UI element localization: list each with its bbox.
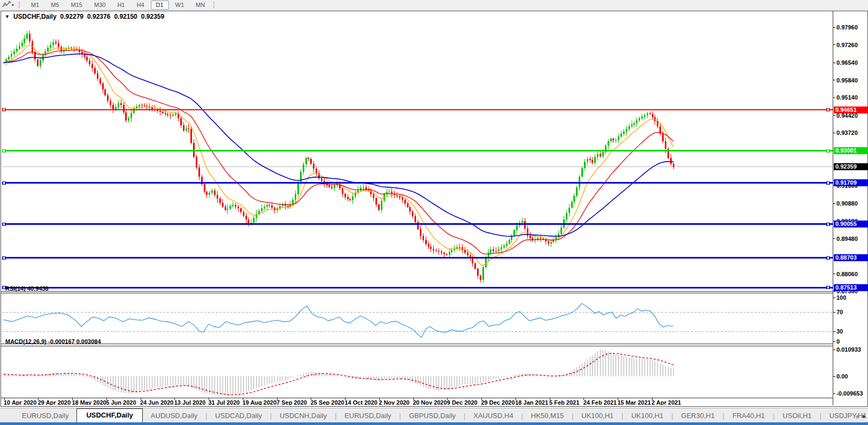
price-line-badge: 0.88703 — [834, 254, 868, 261]
chart-title: ▼ USDCHF,Daily 0.92279 0.92376 0.92150 0… — [5, 13, 164, 20]
chart-tab-USDCHFDaily[interactable]: USDCHF,Daily — [76, 408, 142, 422]
price-line-badge: 0.94651 — [834, 107, 868, 113]
date-tick-label: 19 Aug 2020 — [242, 399, 276, 405]
chart-plot[interactable]: 0.979600.972600.965400.958400.951400.944… — [1, 11, 866, 405]
tab-scroll-left-icon[interactable]: ◂ — [855, 412, 858, 420]
price-line-badge: 0.87513 — [834, 284, 868, 291]
rsi-line — [4, 303, 673, 338]
chart-tab-EURUSDDaily[interactable]: EURUSD,Daily — [14, 409, 76, 422]
date-tick-label: 25 Sep 2020 — [311, 399, 344, 405]
timeframe-button-MN[interactable]: MN — [190, 1, 210, 10]
tab-scroll-arrows: ◂▸ — [855, 412, 866, 420]
timeframe-toolbar: ▾ M1M5M15M30H1H4D1W1MN — [0, 0, 868, 10]
window-bottom-edge — [0, 422, 868, 425]
toolbar-grip-2[interactable] — [213, 2, 217, 8]
timeframe-button-H4[interactable]: H4 — [131, 1, 149, 10]
date-tick-label: 10 Apr 2020 — [4, 399, 36, 405]
macd-tick-label: 0.010933 — [836, 346, 861, 353]
rsi-tick-label: 0 — [836, 338, 840, 345]
chart-tab-HK50M15[interactable]: HK50,M15 — [523, 409, 572, 422]
line-handle[interactable] — [3, 256, 5, 259]
chart-tab-UK100H1[interactable]: UK100,H1 — [623, 409, 671, 422]
timeframe-button-M15[interactable]: M15 — [66, 1, 88, 10]
quote-open: 0.92279 — [60, 13, 83, 20]
line-handle[interactable] — [3, 223, 5, 225]
date-tick-label: 20 Nov 2020 — [413, 399, 447, 405]
chart-tab-USDCNHDaily[interactable]: USDCNH,Daily — [272, 409, 335, 422]
date-tick-label: 29 Apr 2020 — [38, 399, 71, 405]
timeframe-button-M30[interactable]: M30 — [89, 1, 111, 10]
line-handle[interactable] — [3, 149, 5, 152]
chart-tab-GBPUSDDaily[interactable]: GBPUSD,Daily — [401, 409, 464, 422]
date-tick-label: 13 Jul 2020 — [174, 399, 206, 405]
date-tick-label: 9 Dec 2020 — [447, 399, 478, 405]
chart-symbol-label: USDCHF,Daily — [13, 13, 57, 20]
chart-tab-USOilH1[interactable]: USOil,H1 — [774, 409, 819, 422]
date-tick-label: 2 Nov 2020 — [379, 399, 409, 405]
macd-label: MACD(12,26,9) -0.000167 0.003084 — [5, 338, 101, 345]
moving-average-fast — [4, 45, 673, 265]
chart-tab-USDCADDaily[interactable]: USDCAD,Daily — [207, 409, 270, 422]
line-handle[interactable] — [827, 286, 829, 289]
timeframe-buttons: M1M5M15M30H1H4D1W1MN — [25, 1, 211, 10]
horizontal-line[interactable] — [2, 181, 833, 184]
line-handle[interactable] — [827, 149, 829, 152]
chart-tabs-bar: EURUSD,DailyUSDCHF,DailyAUDUSD,Daily|USD… — [0, 408, 868, 422]
timeframe-button-M1[interactable]: M1 — [26, 1, 44, 10]
chart-tab-UK100H1[interactable]: UK100,H1 — [573, 409, 621, 422]
line-handle[interactable] — [827, 256, 829, 259]
macd-tick-label: -0.009653 — [836, 390, 863, 397]
price-tick-label: 0.89480 — [836, 236, 858, 242]
mt4-terminal: ▾ M1M5M15M30H1H4D1W1MN 0.979600.972600.9… — [0, 0, 868, 425]
line-handle[interactable] — [827, 223, 829, 225]
collapse-triangle-icon[interactable]: ▼ — [5, 14, 10, 19]
chart-window: 0.979600.972600.965400.958400.951400.944… — [1, 11, 868, 407]
chart-tab-FRA40H1[interactable]: FRA40,H1 — [725, 409, 773, 422]
moving-average-slow — [4, 54, 673, 237]
date-tick-label: 2 Apr 2021 — [651, 399, 681, 405]
horizontal-line[interactable] — [2, 256, 833, 259]
timeframe-button-D1[interactable]: D1 — [151, 1, 169, 10]
macd-name: MACD(12,26,9) — [5, 338, 47, 345]
rsi-name: RSI(14) — [5, 285, 26, 292]
price-tick-label: 0.97260 — [836, 42, 858, 48]
current-price-badge: 0.92359 — [834, 163, 868, 170]
chart-line-tool-button[interactable]: ▾ — [0, 0, 16, 10]
candles-layer — [3, 31, 674, 283]
date-tick-label: 31 Jul 2020 — [209, 399, 240, 405]
timeframe-button-W1[interactable]: W1 — [170, 1, 190, 10]
date-axis[interactable]: 10 Apr 202029 Apr 202018 May 20205 Jun 2… — [4, 398, 681, 405]
rsi-tick-label: 100 — [836, 294, 846, 301]
horizontal-line[interactable] — [2, 149, 833, 152]
date-tick-label: 18 Jan 2021 — [515, 399, 548, 405]
price-tick-label: 0.95840 — [836, 77, 858, 84]
price-tick-label: 0.96540 — [836, 59, 858, 66]
toolbar-grip[interactable] — [19, 2, 22, 8]
timeframe-button-H1[interactable]: H1 — [112, 1, 130, 10]
chart-tab-AUDUSDDaily[interactable]: AUDUSD,Daily — [143, 409, 205, 422]
line-handle[interactable] — [3, 181, 5, 184]
horizontal-line[interactable] — [2, 286, 833, 289]
price-line-badge: 0.91709 — [834, 179, 868, 186]
price-tick-label: 0.94420 — [836, 112, 858, 119]
chart-tab-GER30H1[interactable]: GER30,H1 — [673, 409, 723, 422]
timeframe-button-M5[interactable]: M5 — [45, 1, 64, 10]
line-handle[interactable] — [827, 181, 829, 184]
price-tick-label: 0.90880 — [836, 200, 858, 207]
date-tick-label: 24 Feb 2021 — [583, 399, 617, 405]
horizontal-line[interactable] — [2, 109, 833, 111]
quote-high: 0.92376 — [87, 13, 110, 20]
price-line-badge: 0.90055 — [834, 221, 868, 227]
tab-scroll-right-icon[interactable]: ▸ — [863, 412, 866, 420]
chart-tab-XAUUSDH4[interactable]: XAUUSD,H4 — [465, 409, 521, 422]
date-tick-label: 5 Jun 2020 — [106, 399, 136, 405]
macd-signal-line — [4, 353, 673, 394]
price-line-badge: 0.93001 — [834, 147, 868, 154]
line-handle[interactable] — [827, 109, 829, 111]
chart-tab-EURUSDDaily[interactable]: EURUSD,Daily — [336, 409, 399, 422]
rsi-tick-label: 70 — [836, 309, 843, 315]
date-tick-label: 24 Jun 2020 — [140, 399, 173, 405]
date-tick-label: 18 May 2020 — [72, 399, 106, 405]
price-tick-label: 0.93720 — [836, 130, 858, 136]
line-handle[interactable] — [3, 109, 5, 111]
